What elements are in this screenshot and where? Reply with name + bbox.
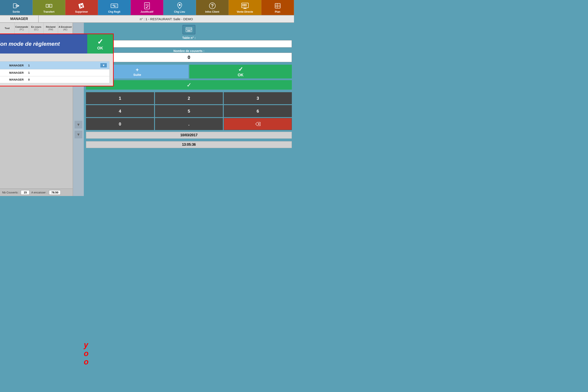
transfert-button[interactable]: Transfert — [33, 0, 65, 15]
modal-select-label: Sélectionnez un ticket : — [0, 56, 110, 60]
numpad-4-button[interactable]: 4 — [86, 105, 154, 117]
svg-rect-13 — [144, 2, 150, 9]
modal-body: Sélectionnez un ticket : 11 : 33.50 Euro… — [0, 54, 113, 86]
keyboard-icon-button[interactable] — [182, 25, 195, 34]
couverts-label: Nombre de couverts : — [86, 49, 292, 53]
plan-button[interactable]: Plan — [261, 0, 294, 15]
svg-rect-28 — [275, 4, 280, 8]
supprimer-label: Supprimer — [75, 10, 88, 13]
svg-rect-23 — [242, 5, 244, 6]
svg-rect-42 — [191, 30, 192, 30]
svg-rect-22 — [246, 4, 246, 5]
chgreglt-icon: € — [110, 2, 118, 10]
supprimer-icon — [78, 2, 86, 10]
chgreglt-label: Chg Reglt — [108, 10, 120, 13]
transfert-icon — [45, 2, 53, 10]
date-display: 10/03/2017 — [86, 132, 292, 138]
ok-label: OK — [238, 73, 244, 77]
ticket-row[interactable]: 12 : 21.50 Euros VISA 10-03-17 13:05 MAN… — [0, 76, 110, 83]
action-buttons: + Suite ✓ OK — [86, 65, 292, 78]
suite-label: Suite — [133, 73, 141, 76]
svg-point-16 — [179, 4, 180, 6]
justificatif-button[interactable]: Justificatif — [131, 0, 163, 15]
scroll-down-button[interactable]: ▼ — [74, 121, 82, 128]
svg-rect-39 — [188, 30, 188, 30]
numpad-1-button[interactable]: 1 — [86, 92, 154, 104]
ticket-count: 1 — [28, 71, 32, 74]
header-manager: MANAGER — [0, 16, 39, 22]
svg-rect-36 — [190, 28, 190, 29]
toolbar: Sortie Transfert Supprimer — [0, 0, 294, 15]
numpad-0-button[interactable]: 0 — [86, 118, 154, 130]
numpad-backspace-button[interactable] — [224, 118, 292, 130]
svg-text:?: ? — [211, 3, 214, 8]
svg-rect-38 — [186, 30, 187, 30]
justificatif-icon — [143, 2, 151, 10]
svg-rect-5 — [50, 4, 52, 7]
table-number-input[interactable] — [86, 40, 292, 48]
numpad-5-button[interactable]: 5 — [155, 105, 223, 117]
ticket-count: 0 — [28, 78, 32, 81]
modal-dialog: ✕ Abandon Modification mode de règlement… — [0, 34, 114, 86]
svg-rect-37 — [191, 28, 192, 29]
ticket-date: 10-03-17 13:05 — [0, 71, 8, 74]
transfert-label: Transfert — [44, 10, 54, 13]
table-number-label: Table n° : — [86, 36, 292, 40]
couverts-value: 0 — [86, 53, 292, 62]
numpad: 1 2 3 4 5 6 0 . — [86, 92, 292, 130]
supprimer-button[interactable]: Supprimer — [65, 0, 98, 15]
couverts-group: Nombre de couverts : 0 — [86, 49, 292, 62]
time-display: 13:05:36 — [86, 141, 292, 148]
bottom-check-icon: ✓ — [186, 82, 192, 88]
ticket-row[interactable]: 11 : 33.50 Euros CHEQUES 10-03-17 13:05 … — [0, 70, 110, 76]
modal-title-area: Modification mode de règlement — [0, 38, 87, 50]
plan-label: Plan — [275, 10, 280, 13]
modal-ok-label: OK — [97, 46, 103, 50]
ticket-count: 1 — [28, 64, 32, 67]
numpad-dot-button[interactable]: . — [155, 118, 223, 130]
scroll-bottom-button[interactable]: ▼ — [74, 131, 82, 138]
chgreglt-button[interactable]: € Chg Reglt — [98, 0, 131, 15]
infosclient-button[interactable]: ? Infos Client — [196, 0, 229, 15]
right-panel: Table n° : Nombre de couverts : 0 + Suit… — [84, 23, 294, 196]
svg-rect-40 — [189, 30, 189, 30]
svg-rect-34 — [188, 28, 188, 29]
sortie-label: Sortie — [12, 10, 20, 13]
ticket-date: 10-03-17 13:05 — [0, 78, 8, 81]
suite-plus-icon: + — [136, 67, 138, 73]
green-check-bottom-button[interactable]: ✓ — [86, 80, 292, 90]
sortie-button[interactable]: Sortie — [0, 0, 33, 15]
chglieu-label: Chg Lieu — [174, 10, 185, 13]
modal-ok-button[interactable]: ✓ OK — [87, 34, 113, 54]
header-restaurant: n° : 1 - RESTAURANT: Salle - DEMO — [39, 16, 294, 22]
ok-button[interactable]: ✓ OK — [189, 65, 292, 78]
left-panel: Tout Commande (PC) En cours (EC) Réclamé… — [0, 23, 73, 196]
ventedirecte-label: Vente Directe — [236, 10, 253, 13]
ticket-date: 10-03-17 13:05 — [0, 64, 8, 67]
svg-rect-2 — [46, 4, 48, 7]
numpad-3-button[interactable]: 3 — [224, 92, 292, 104]
ok-check-icon: ✓ — [238, 66, 243, 73]
svg-rect-21 — [244, 4, 245, 5]
ticket-user: MANAGER — [9, 64, 26, 67]
svg-rect-35 — [189, 28, 189, 29]
numpad-2-button[interactable]: 2 — [155, 92, 223, 104]
ticket-row[interactable]: 11 : 33.50 Euros CHEQUES 10-03-17 13:05 … — [0, 62, 110, 70]
chglieu-button[interactable]: Chg Lieu — [163, 0, 196, 15]
ventedirecte-button[interactable]: Vente Directe — [229, 0, 261, 15]
svg-rect-24 — [244, 5, 245, 6]
modal-header: ✕ Abandon Modification mode de règlement… — [0, 34, 113, 54]
modal-title: Modification mode de règlement — [0, 40, 60, 47]
dropdown-arrow-icon[interactable]: ▼ — [100, 63, 107, 68]
svg-rect-41 — [190, 30, 190, 30]
svg-rect-20 — [242, 4, 244, 5]
ticket-user: MANAGER — [9, 71, 26, 74]
plan-icon — [274, 2, 282, 10]
ventedirecte-icon — [241, 2, 249, 10]
numpad-6-button[interactable]: 6 — [224, 105, 292, 117]
infosclient-icon: ? — [208, 2, 216, 10]
ticket-list: 11 : 33.50 Euros CHEQUES 10-03-17 13:05 … — [0, 61, 110, 83]
table-number-group: Table n° : — [86, 36, 292, 48]
svg-rect-25 — [246, 5, 246, 6]
modal-ok-check-icon: ✓ — [97, 38, 103, 46]
